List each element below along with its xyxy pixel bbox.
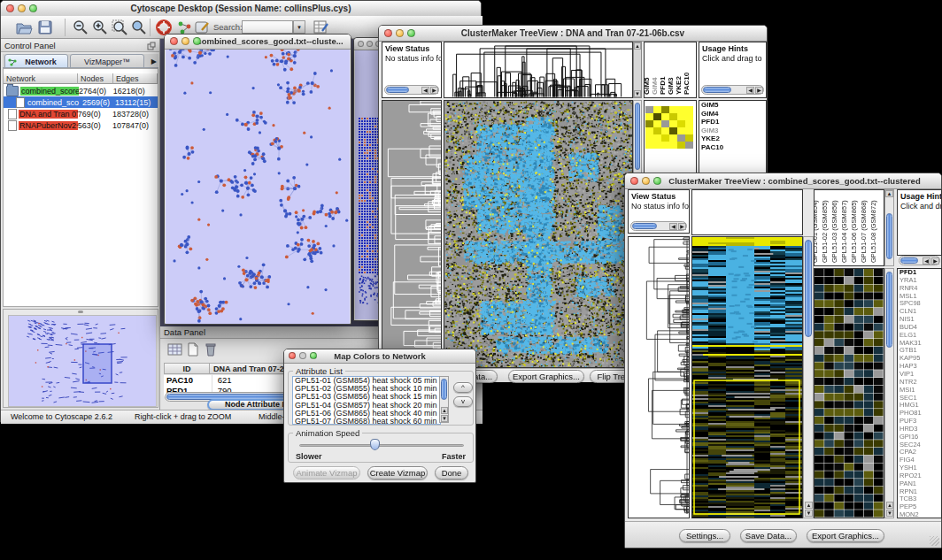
tv2-zoom-heatmap[interactable] xyxy=(814,268,884,518)
tv1-zoom-cell xyxy=(685,134,693,142)
animate-vizmap-button[interactable]: Animate Vizmap xyxy=(293,466,360,479)
minimize-icon[interactable] xyxy=(18,4,26,12)
tv1-zoom-heatmap[interactable] xyxy=(645,106,693,149)
settings-button[interactable]: Settings... xyxy=(679,529,730,542)
main-title-bar[interactable]: Cytoscape Desktop (Session Name: collins… xyxy=(1,1,481,17)
network-row[interactable]: DNA and Tran 07769(0)183728(0) xyxy=(4,108,158,119)
tv1-gene[interactable]: GIM4 xyxy=(699,110,766,119)
tv2-zoom-vscrollbar[interactable]: ▲ ▼ xyxy=(884,268,894,518)
birdseye-view-canvas[interactable] xyxy=(8,315,157,407)
window-controls[interactable] xyxy=(6,4,37,12)
float-panel-icon[interactable] xyxy=(147,42,156,50)
tv1-heatmap[interactable] xyxy=(444,100,633,368)
tv2-status-hscrollbar[interactable]: ◀ ▶ xyxy=(630,221,687,231)
treeview2-window: ClusterMaker TreeView : combined_scores_… xyxy=(624,173,942,548)
new-attribute-icon[interactable] xyxy=(187,342,199,357)
status-welcome: Welcome to Cytoscape 2.6.2 xyxy=(8,410,112,422)
zoom-in-icon[interactable] xyxy=(91,19,109,36)
tv2-column-label: GPL51-06 (GSM865) xyxy=(850,200,858,263)
tv2-column-labels: GPL51-01 (GSM854)GPL51-02 (GSM855)GPL51-… xyxy=(814,189,884,266)
tv1-gene[interactable]: GIM5 xyxy=(699,101,766,110)
close-icon[interactable] xyxy=(170,37,178,45)
minimize-icon[interactable] xyxy=(642,177,650,185)
minimize-icon[interactable] xyxy=(181,37,189,45)
tv1-column-label: PFD1 xyxy=(659,77,667,95)
tv1-gene[interactable]: PFD1 xyxy=(699,118,766,127)
tab-network[interactable]: Network xyxy=(4,54,68,68)
zoom-window-icon[interactable] xyxy=(653,177,661,185)
tv1-usage-hints: Usage Hints Click and drag to ◀ ▶ xyxy=(699,42,767,98)
open-file-icon[interactable] xyxy=(15,19,33,36)
tv1-status-hscrollbar[interactable]: ◀ ▶ xyxy=(384,85,439,95)
move-down-button[interactable]: v xyxy=(453,396,473,407)
zoom-fit-icon[interactable] xyxy=(111,19,128,36)
tv1-gene[interactable]: GIM3 xyxy=(699,127,766,135)
minimize-icon[interactable] xyxy=(299,352,306,359)
tv1-column-label: PAC10 xyxy=(683,73,691,95)
tab-vizmapper[interactable]: VizMapper™ xyxy=(70,54,144,68)
tv1-zoom-cell xyxy=(685,106,693,113)
zoom-window-icon[interactable] xyxy=(29,4,37,12)
tv1-gene[interactable]: YKE2 xyxy=(699,134,766,143)
tv1-zoom-cell xyxy=(645,113,653,120)
close-icon[interactable] xyxy=(630,177,638,185)
overview-resize-handle[interactable] xyxy=(78,311,83,313)
tv1-gene[interactable]: PAC10 xyxy=(699,143,766,152)
search-dropdown-button[interactable]: ▼ xyxy=(293,20,305,34)
tv2-labels-vscrollbar[interactable]: ▲ xyxy=(884,189,894,266)
close-icon[interactable] xyxy=(358,41,364,47)
zoom-window-icon[interactable] xyxy=(193,37,201,45)
save-icon[interactable] xyxy=(36,19,54,36)
search-input[interactable] xyxy=(242,20,293,34)
export-graphics-button[interactable]: Export Graphics... xyxy=(508,370,584,383)
network-row[interactable]: combined_sco2569(6)13112(15) xyxy=(4,96,158,108)
tv1-hints-hscrollbar[interactable]: ◀ ▶ xyxy=(701,85,764,95)
save-data-button[interactable]: Save Data... xyxy=(740,529,797,542)
tv2-hints-hscrollbar[interactable]: ◀ ▶ xyxy=(899,256,940,265)
zoom-window-icon[interactable] xyxy=(310,352,317,359)
zoom-out-icon[interactable] xyxy=(72,19,89,36)
network-view-canvas[interactable] xyxy=(166,50,350,324)
treeview2-title-bar[interactable]: ClusterMaker TreeView : combined_scores_… xyxy=(625,173,941,189)
tv1-zoom-cell xyxy=(653,127,661,134)
zoom-selected-icon[interactable] xyxy=(130,19,148,36)
tv1-column-label: GIM5 xyxy=(644,77,651,95)
minimize-icon[interactable] xyxy=(367,41,373,47)
dialog-title-bar[interactable]: Map Colors to Network xyxy=(284,349,475,364)
tv2-gene[interactable]: MON2 xyxy=(898,511,941,518)
tv1-col-mini-scrollbar[interactable]: ▲ ▼ xyxy=(633,42,642,98)
attribute-list-vscrollbar[interactable]: ▲ ▼ xyxy=(439,376,449,423)
tab-overflow-arrow[interactable]: ▶ xyxy=(151,58,157,65)
close-icon[interactable] xyxy=(289,352,296,359)
move-up-button[interactable]: ^ xyxy=(453,382,473,393)
network-view-title-bar[interactable]: combined_scores_good.txt--cluste... xyxy=(165,35,351,50)
network-row[interactable]: combined_scores2764(0)16218(0) xyxy=(4,85,158,96)
tv1-column-dendrogram[interactable] xyxy=(444,42,633,98)
resize-grip[interactable] xyxy=(930,536,939,546)
tv1-zoom-cell xyxy=(645,142,653,149)
tv1-row-dendrogram[interactable] xyxy=(382,100,442,368)
treeview2-title: ClusterMaker TreeView : combined_scores_… xyxy=(668,176,920,186)
create-vizmap-button[interactable]: Create Vizmap xyxy=(367,466,428,479)
delete-attribute-icon[interactable] xyxy=(205,342,217,357)
attribute-item[interactable]: GPL51-07 (GSM868) heat shock 60 min xyxy=(293,418,440,425)
export-graphics-button[interactable]: Export Graphics... xyxy=(807,529,884,542)
tv1-zoom-cell xyxy=(645,127,653,134)
doc-icon xyxy=(8,109,17,119)
tv2-column-dendrogram[interactable] xyxy=(691,189,803,235)
select-attributes-icon[interactable] xyxy=(167,342,182,357)
done-button[interactable]: Done xyxy=(435,466,468,479)
speed-slider-thumb[interactable] xyxy=(370,439,380,450)
zoom-window-icon[interactable] xyxy=(407,29,415,37)
tv2-heatmap-vscrollbar[interactable]: ▲ ▼ xyxy=(803,236,814,518)
tv2-heatmap[interactable] xyxy=(691,236,803,518)
close-icon[interactable] xyxy=(384,29,392,37)
tv2-row-dendrogram[interactable] xyxy=(628,236,690,518)
network-row[interactable]: RNAPuberNov2+I563(0)107847(0) xyxy=(4,119,158,131)
speed-slider-track[interactable] xyxy=(299,444,464,447)
treeview1-title-bar[interactable]: ClusterMaker TreeView : DNA and Tran 07-… xyxy=(379,26,767,42)
tv1-zoom-cell xyxy=(677,134,685,142)
tv1-zoom-cell xyxy=(645,120,653,127)
close-icon[interactable] xyxy=(6,4,14,12)
minimize-icon[interactable] xyxy=(396,29,404,37)
